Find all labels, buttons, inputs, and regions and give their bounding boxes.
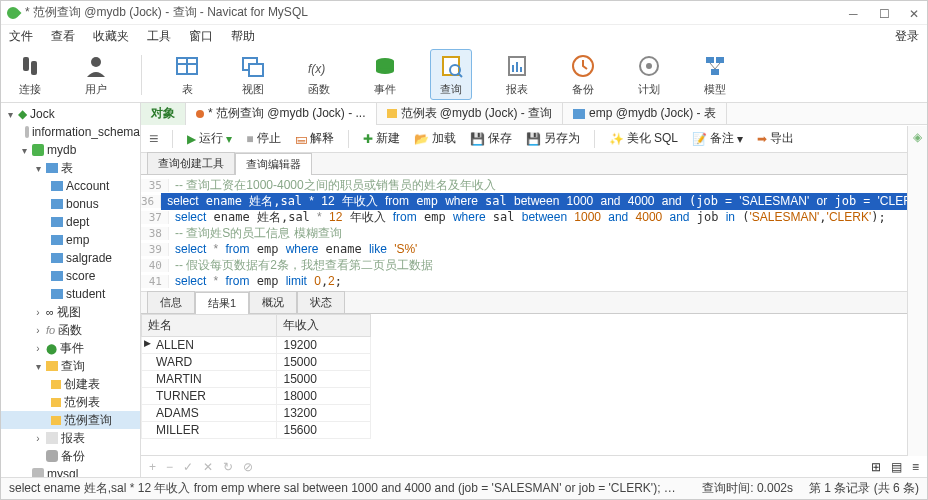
tree-db-mydb[interactable]: mydb xyxy=(47,143,76,157)
grid-view-icon[interactable]: ⊞ xyxy=(871,460,881,474)
run-button[interactable]: ▶ 运行 ▾ xyxy=(187,130,232,147)
svg-point-21 xyxy=(646,63,652,69)
tree-tables[interactable]: 表 xyxy=(61,160,73,177)
window-controls: ─ ☐ ✕ xyxy=(849,7,921,19)
minimize-icon[interactable]: ─ xyxy=(849,7,861,19)
table-row: TURNER18000 xyxy=(142,388,371,405)
saveas-button[interactable]: 💾 另存为 xyxy=(526,130,580,147)
tree-table-item[interactable]: score xyxy=(66,269,95,283)
report-button[interactable]: 报表 xyxy=(496,52,538,97)
svg-rect-16 xyxy=(512,65,514,72)
table-row: ADAMS13200 xyxy=(142,405,371,422)
menu-help[interactable]: 帮助 xyxy=(231,28,255,45)
menu-view[interactable]: 查看 xyxy=(51,28,75,45)
restab-status[interactable]: 状态 xyxy=(297,291,345,313)
del-row-icon[interactable]: − xyxy=(166,460,173,474)
tab-table[interactable]: emp @mydb (Jock) - 表 xyxy=(563,103,727,125)
tab-query-active[interactable]: * 范例查询 @mydb (Jock) - ... xyxy=(186,103,377,125)
maximize-icon[interactable]: ☐ xyxy=(879,7,891,19)
tree-table-item[interactable]: emp xyxy=(66,233,89,247)
save-button[interactable]: 💾 保存 xyxy=(470,130,512,147)
event-button[interactable]: 事件 xyxy=(364,52,406,97)
menu-tools[interactable]: 工具 xyxy=(147,28,171,45)
new-button[interactable]: ✚ 新建 xyxy=(363,130,400,147)
menu-file[interactable]: 文件 xyxy=(9,28,33,45)
tab-objects[interactable]: 对象 xyxy=(141,103,186,125)
export-button[interactable]: ➡ 导出 xyxy=(757,130,794,147)
add-row-icon[interactable]: + xyxy=(149,460,156,474)
tree-db[interactable]: information_schema xyxy=(32,125,140,139)
tree-conn[interactable]: Jock xyxy=(30,107,55,121)
col-header[interactable]: 年收入 xyxy=(277,315,371,337)
table-row: MARTIN15000 xyxy=(142,371,371,388)
tree-queries[interactable]: 查询 xyxy=(61,358,85,375)
result-tabs: 信息 结果1 概况 状态 xyxy=(141,292,927,314)
tree-backups[interactable]: 备份 xyxy=(61,448,85,465)
app-icon xyxy=(5,4,22,21)
load-button[interactable]: 📂 加载 xyxy=(414,130,456,147)
conn-button[interactable]: 连接 xyxy=(9,52,51,97)
table-button[interactable]: 表 xyxy=(166,52,208,97)
tree-query-item[interactable]: 范例表 xyxy=(64,394,100,411)
stop-icon[interactable]: ⊘ xyxy=(243,460,253,474)
menubar: 文件 查看 收藏夹 工具 窗口 帮助 登录 xyxy=(1,25,927,47)
query-button[interactable]: 查询 xyxy=(430,49,472,100)
tree-query-item[interactable]: 创建表 xyxy=(64,376,100,393)
tree-table-item[interactable]: student xyxy=(66,287,105,301)
view-button[interactable]: 视图 xyxy=(232,52,274,97)
grid-footer: + − ✓ ✕ ↻ ⊘ ⊞ ▤ ≡ xyxy=(141,455,927,477)
menu-window[interactable]: 窗口 xyxy=(189,28,213,45)
sql-editor[interactable]: 35-- 查询工资在1000-4000之间的职员或销售员的姓名及年收入 36se… xyxy=(141,175,927,292)
col-header[interactable]: 姓名 xyxy=(142,315,277,337)
svg-rect-1 xyxy=(31,61,37,75)
table-row: ALLEN19200 xyxy=(142,337,371,354)
user-button[interactable]: 用户 xyxy=(75,52,117,97)
commit-icon[interactable]: ✓ xyxy=(183,460,193,474)
func-button[interactable]: f(x)函数 xyxy=(298,52,340,97)
svg-rect-7 xyxy=(249,64,263,76)
subtab-builder[interactable]: 查询创建工具 xyxy=(147,152,235,174)
window-title: * 范例查询 @mydb (Jock) - 查询 - Navicat for M… xyxy=(25,4,849,21)
dirty-dot-icon xyxy=(196,110,204,118)
refresh-icon[interactable]: ↻ xyxy=(223,460,233,474)
result-grid[interactable]: 姓名年收入 ALLEN19200 WARD15000 MARTIN15000 T… xyxy=(141,314,927,455)
model-icon xyxy=(701,52,729,80)
tree-table-item[interactable]: Account xyxy=(66,179,109,193)
form-view-icon[interactable]: ▤ xyxy=(891,460,902,474)
menu-icon[interactable]: ≡ xyxy=(149,130,158,148)
tree-db[interactable]: mysql xyxy=(47,467,78,477)
user-icon xyxy=(82,52,110,80)
tab-query[interactable]: 范例表 @mydb (Jock) - 查询 xyxy=(377,103,564,125)
tree-table-item[interactable]: salgrade xyxy=(66,251,112,265)
plan-button[interactable]: 计划 xyxy=(628,52,670,97)
subtab-editor[interactable]: 查询编辑器 xyxy=(235,153,312,175)
status-record: 第 1 条记录 (共 6 条) xyxy=(809,480,919,497)
restab-result1[interactable]: 结果1 xyxy=(195,292,249,314)
tree-funcs[interactable]: 函数 xyxy=(58,322,82,339)
note-button[interactable]: 📝 备注 ▾ xyxy=(692,130,743,147)
close-icon[interactable]: ✕ xyxy=(909,7,921,19)
doc-tabs: 对象 * 范例查询 @mydb (Jock) - ... 范例表 @mydb (… xyxy=(141,103,927,125)
tag-icon[interactable]: ◈ xyxy=(913,130,922,144)
db-tree[interactable]: ▾◆Jock information_schema ▾mydb ▾表 Accou… xyxy=(1,105,140,477)
backup-button[interactable]: 备份 xyxy=(562,52,604,97)
model-button[interactable]: 模型 xyxy=(694,52,736,97)
editor-subtabs: 查询创建工具 查询编辑器 xyxy=(141,153,927,175)
restab-info[interactable]: 信息 xyxy=(147,291,195,313)
tree-views[interactable]: 视图 xyxy=(57,304,81,321)
tree-query-item-active[interactable]: 范例查询 xyxy=(64,412,112,429)
text-view-icon[interactable]: ≡ xyxy=(912,460,919,474)
explain-button[interactable]: 🖴 解释 xyxy=(295,130,334,147)
beautify-button[interactable]: ✨ 美化 SQL xyxy=(609,130,678,147)
report-icon xyxy=(503,52,531,80)
tree-reports[interactable]: 报表 xyxy=(61,430,85,447)
tree-events[interactable]: 事件 xyxy=(60,340,84,357)
menu-fav[interactable]: 收藏夹 xyxy=(93,28,129,45)
sidebar: ▾◆Jock information_schema ▾mydb ▾表 Accou… xyxy=(1,103,141,477)
svg-line-26 xyxy=(715,63,720,69)
cancel-icon[interactable]: ✕ xyxy=(203,460,213,474)
restab-profile[interactable]: 概况 xyxy=(249,291,297,313)
login-link[interactable]: 登录 xyxy=(895,28,919,45)
tree-table-item[interactable]: dept xyxy=(66,215,89,229)
tree-table-item[interactable]: bonus xyxy=(66,197,99,211)
